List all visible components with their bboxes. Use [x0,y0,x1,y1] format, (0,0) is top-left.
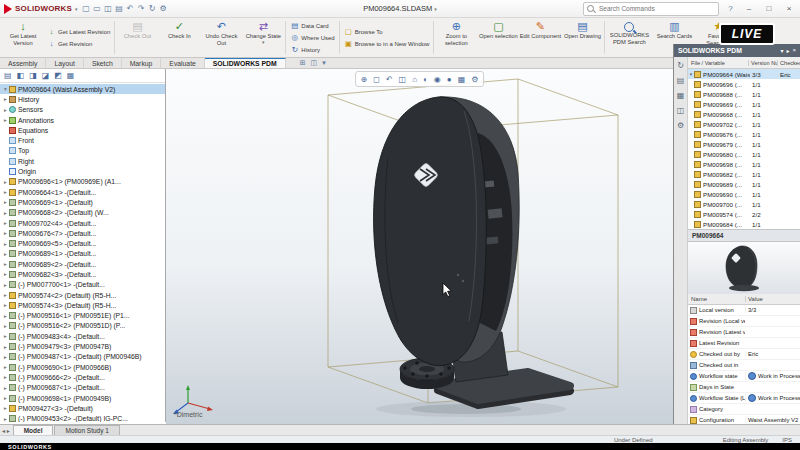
pdm-file-row[interactable]: PM009684 (... 1/1 [688,219,800,229]
tab-assembly[interactable]: Assembly [0,58,46,68]
data-card-button[interactable]: ▤ Data Card [287,20,337,31]
help-icon[interactable]: ? [725,4,736,13]
tab-solidworks-pdm[interactable]: SOLIDWORKS PDM [205,58,286,68]
tree-item[interactable]: ▸ PM009574<3> (Default) (R5-H... [0,300,165,310]
new-file-icon[interactable]: ▢ [81,4,92,13]
properties-name-header[interactable]: Name [688,296,745,302]
rebuild-icon[interactable]: ↻ [147,4,158,13]
displaymanager-tab-icon[interactable]: ◩ [54,71,62,80]
pdm-file-row[interactable]: PM009702 (... 1/1 [688,119,800,129]
open-selection-button[interactable]: ▢ Open selection [477,18,519,57]
tree-item[interactable]: ▸ PM009676<7> -(Default... [0,228,165,238]
propertymanager-tab-icon[interactable]: ◧ [17,71,25,80]
expand-arrow-icon[interactable]: ▸ [2,313,9,319]
get-latest-version-button[interactable]: ↓ Get Latest Version [2,18,44,57]
expand-arrow-icon[interactable]: ▸ [2,241,9,247]
undo-icon[interactable]: ↶ [125,4,136,13]
expand-arrow-icon[interactable]: ▸ [2,261,9,267]
expand-arrow-icon[interactable]: ▸ [2,220,9,226]
pdm-file-row[interactable]: PM009682 (... 1/1 [688,169,800,179]
search-commands-input[interactable] [597,4,715,13]
configurationmanager-tab-icon[interactable]: ◨ [29,71,37,80]
expand-arrow-icon[interactable]: ▸ [2,271,9,277]
pane-layout-icon[interactable]: ◫ [311,59,318,67]
expand-arrow-icon[interactable]: ▸ [2,374,9,380]
tree-item[interactable]: Right [0,156,165,166]
pdm-file-row[interactable]: PM009676 (... 1/1 [688,129,800,139]
edit-component-button[interactable]: ✎ Edit Component [519,18,561,57]
check-out-button[interactable]: ▤ Check Out [116,18,158,57]
expand-arrow-icon[interactable]: ▸ [2,251,9,257]
expand-arrow-icon[interactable]: ▸ [2,405,9,411]
tree-item[interactable]: ▸ (-) PM009483<4> -(Default... [0,331,165,341]
pdm-list-view-icon[interactable]: ▤ [677,76,685,85]
pdm-file-row[interactable]: PM009679 (... 1/1 [688,139,800,149]
check-in-button[interactable]: ✓ Check In [158,18,200,57]
tree-item[interactable]: ▸ PM009689<1> -(Default... [0,249,165,259]
tree-item[interactable]: ▸ PM009668<2> -(Default) (W... [0,208,165,218]
previous-view-icon[interactable]: ↶ [386,75,393,84]
tree-item[interactable]: ▸ (-) PM009479<3> (PM00947B) [0,341,165,351]
view-orientation-icon[interactable]: ⌂ [412,75,417,84]
pdm-file-row[interactable]: PM009680 (... 1/1 [688,149,800,159]
tree-item[interactable]: ▸ PM009664<1> -(Default... [0,187,165,197]
tab-evaluate[interactable]: Evaluate [161,58,204,68]
expand-arrow-icon[interactable]: ▸ [2,344,9,350]
pdm-file-row[interactable]: PM009669 (... 1/1 [688,99,800,109]
expand-arrow-icon[interactable]: ▸ [2,395,9,401]
viewport-split-icon[interactable]: ⊞ [300,59,306,67]
property-row[interactable]: Local version 3/3 [688,305,800,316]
tree-item[interactable]: ▸ (-) PM009487<1> -(Default) (PM00946B) [0,352,165,362]
redo-icon[interactable]: ↷ [136,4,147,13]
tree-item[interactable]: ▸ (-) PM009516<2> (PM00951D) (P... [0,321,165,331]
view-settings-icon[interactable]: ⚙ [471,75,478,84]
expand-arrow-icon[interactable]: ▸ [2,117,9,123]
property-row[interactable]: Days in State [688,382,800,393]
tree-item[interactable]: ▸ PM009427<3> -(Default) [0,403,165,413]
tree-item[interactable]: Origin [0,166,165,176]
expand-arrow-icon[interactable]: ▸ [2,354,9,360]
property-row[interactable]: Configuration Waist Assembly V2 [688,415,800,424]
featuremanager-tab-icon[interactable]: ▤ [4,71,12,80]
zoom-to-selection-button[interactable]: ⊕ Zoom to selection [435,18,477,57]
pdm-preview-icon[interactable]: ◫ [677,106,685,115]
pdm-file-row[interactable]: ▾ PM009664 (Wais... 3/3 Eric [688,69,800,79]
expand-arrow-icon[interactable]: ▸ [2,107,9,113]
tree-item[interactable]: ▸ PM009669<1> -(Default) [0,197,165,207]
pane-dropdown-icon[interactable]: ▾ [322,59,326,67]
column-file-variable[interactable]: File / Variable [688,60,748,66]
expand-arrow-icon[interactable]: ▸ [2,323,9,329]
status-units[interactable]: IPS [782,437,792,443]
tree-item[interactable]: ▸ PM009574<2> (Default) (R5-H... [0,290,165,300]
open-drawing-button[interactable]: ▤ Open Drawing [561,18,603,57]
properties-value-header[interactable]: Value [745,296,800,302]
tree-item[interactable]: ▸ Sensors [0,105,165,115]
tree-item[interactable]: ▸ PM009696<1> (PM00969E) (A1... [0,177,165,187]
tree-item[interactable]: ▸ (-) PM009666<2> -(Default... [0,372,165,382]
save-icon[interactable]: ◫ [103,4,114,13]
get-revision-button[interactable]: ↓ Get Revision [44,38,113,49]
get-latest-revision-button[interactable]: ↓ Get Latest Revision [44,26,113,37]
property-row[interactable]: Workflow State (Lat... Work in Process (… [688,393,800,404]
property-row[interactable]: Latest Revision [688,338,800,349]
pdm-file-row[interactable]: PM009689 (... 1/1 [688,179,800,189]
tree-item[interactable]: ▸ (-) PM009516<1> (PM00951E) (P1... [0,311,165,321]
hide-show-items-icon[interactable]: ◉ [434,75,441,84]
pdm-pane-close-icon[interactable]: × [792,47,796,54]
options-gear-icon[interactable]: ⚙ [158,4,169,13]
tab-motion-study-1[interactable]: Motion Study 1 [54,425,119,435]
pdm-pane-tab-icon[interactable]: ▦ [67,71,75,80]
tab-layout[interactable]: Layout [46,58,83,68]
where-used-button[interactable]: ◎ Where Used [287,32,337,43]
tab-model[interactable]: Model [13,425,54,435]
zoom-fit-icon[interactable]: ⊕ [361,75,368,84]
expand-arrow-icon[interactable]: ▸ [2,385,9,391]
expand-arrow-icon[interactable]: ▾ [2,86,9,92]
solidworks-pdm-search-button[interactable]: SOLIDWORKS PDM Search [606,18,652,57]
expand-arrow-icon[interactable]: ▸ [2,302,9,308]
expand-arrow-icon[interactable]: ▸ [2,282,9,288]
change-state-button[interactable]: ⇄ Change State ▾ [242,18,284,57]
tree-item[interactable]: ▸ PM009669<5> -(Default... [0,238,165,248]
pdm-grid-view-icon[interactable]: ▦ [677,91,685,100]
dimxpertmanager-tab-icon[interactable]: ◪ [42,71,50,80]
